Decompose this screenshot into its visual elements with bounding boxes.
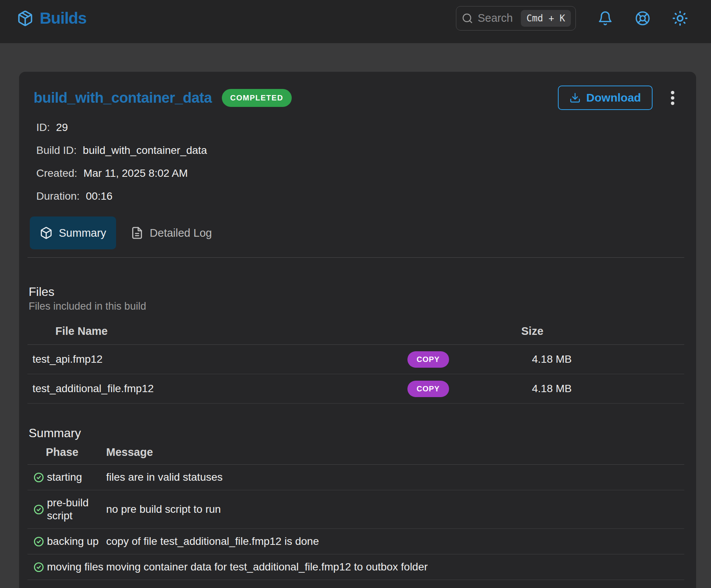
column-header-phase: Phase [27, 446, 106, 459]
table-row: starting files are in valid statuses [27, 465, 684, 490]
copy-badge[interactable]: COPY [407, 351, 449, 368]
meta-label: Created: [36, 167, 77, 179]
table-row: backing up copy of file test_additional_… [27, 529, 684, 554]
meta-value: Mar 11, 2025 8:02 AM [83, 167, 187, 179]
table-row: pre-build script no pre build script to … [27, 490, 684, 529]
tab-label: Detailed Log [150, 227, 212, 239]
meta-row-build-id: Build ID: build_with_container_data [36, 139, 684, 162]
meta-value: 29 [56, 121, 68, 134]
more-options-button[interactable] [663, 86, 682, 110]
tabs-divider [27, 257, 684, 258]
page-title: Builds [40, 9, 86, 27]
phase-message: no pre build script to run [106, 503, 684, 516]
file-name: test_api.fmp12 [27, 353, 407, 365]
phase-message: copy of file test_additional_file.fmp12 … [106, 535, 684, 548]
column-header-file-name: File Name [27, 325, 407, 338]
files-section-subheading: Files included in this build [29, 300, 684, 312]
summary-table: Phase Message starting files are in vali… [27, 440, 684, 580]
theme-toggle-button[interactable] [672, 10, 688, 26]
files-table: File Name Size test_api.fmp12 COPY 4.18 … [27, 318, 684, 404]
file-text-icon [131, 226, 144, 239]
phase-label: starting [47, 471, 82, 484]
phase-label: backing up [47, 535, 99, 548]
box-icon [40, 226, 53, 239]
download-button[interactable]: Download [558, 86, 653, 110]
file-size: 4.18 MB [521, 383, 684, 395]
phase-label: pre-build script [47, 496, 106, 522]
search-box[interactable]: Cmd + K [456, 6, 576, 31]
notifications-button[interactable] [597, 10, 613, 26]
check-circle-icon [34, 536, 44, 547]
files-table-header: File Name Size [27, 318, 684, 345]
column-header-message: Message [106, 446, 684, 459]
phase-message: moving container data for test_additiona… [106, 561, 684, 573]
tab-summary[interactable]: Summary [30, 216, 116, 249]
search-input[interactable] [478, 12, 516, 24]
meta-row-duration: Duration: 00:16 [36, 185, 684, 208]
help-button[interactable] [635, 10, 651, 26]
phase-label: moving files [47, 561, 103, 573]
app-logo[interactable]: Builds [17, 9, 86, 27]
meta-label: ID: [36, 121, 50, 134]
phase-message: files are in valid statuses [106, 471, 684, 484]
meta-label: Duration: [36, 190, 80, 202]
search-icon [462, 13, 473, 24]
check-circle-icon [34, 504, 44, 515]
package-icon [17, 10, 34, 27]
check-circle-icon [34, 472, 44, 483]
meta-row-created: Created: Mar 11, 2025 8:02 AM [36, 162, 684, 185]
meta-row-id: ID: 29 [36, 116, 684, 139]
tab-detailed-log[interactable]: Detailed Log [131, 216, 212, 249]
tab-label: Summary [59, 227, 106, 239]
download-button-label: Download [586, 91, 641, 104]
file-name: test_additional_file.fmp12 [27, 383, 407, 395]
top-header-bar: Builds Cmd + K [0, 0, 711, 43]
bell-icon [598, 11, 613, 26]
table-row: moving files moving container data for t… [27, 554, 684, 580]
meta-value: 00:16 [86, 190, 113, 202]
build-tabs: Summary Detailed Log [30, 216, 684, 249]
summary-table-header: Phase Message [27, 440, 684, 465]
build-title: build_with_container_data [34, 90, 212, 106]
files-section-heading: Files [29, 284, 684, 299]
summary-section-heading: Summary [29, 426, 684, 440]
build-detail-card: build_with_container_data COMPLETED Down… [19, 72, 696, 588]
sun-icon [672, 11, 688, 26]
life-buoy-icon [635, 11, 650, 26]
search-shortcut-badge: Cmd + K [521, 10, 571, 27]
meta-label: Build ID: [36, 144, 77, 157]
column-header-size: Size [521, 325, 684, 338]
check-circle-icon [34, 562, 44, 572]
status-badge: COMPLETED [222, 89, 292, 107]
table-row: test_additional_file.fmp12 COPY 4.18 MB [27, 374, 684, 404]
download-icon [569, 92, 581, 103]
copy-badge[interactable]: COPY [407, 381, 449, 397]
build-metadata: ID: 29 Build ID: build_with_container_da… [36, 116, 684, 208]
table-row: test_api.fmp12 COPY 4.18 MB [27, 345, 684, 374]
meta-value: build_with_container_data [83, 144, 207, 157]
file-size: 4.18 MB [521, 353, 684, 365]
